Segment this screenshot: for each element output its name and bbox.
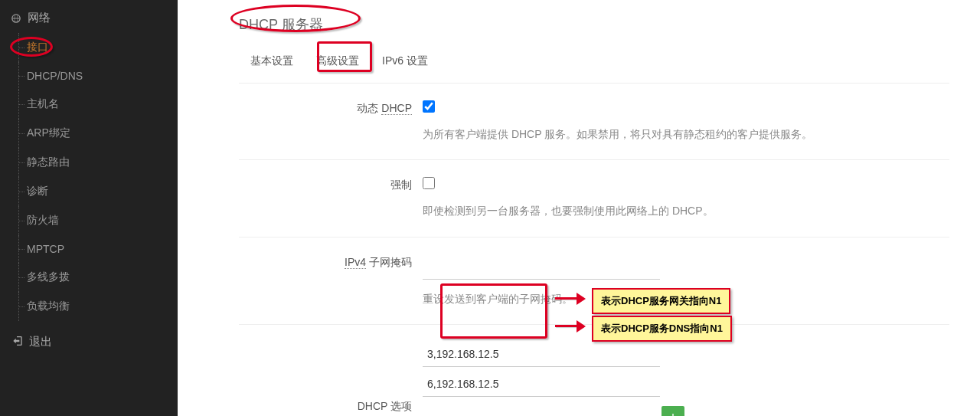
input-netmask[interactable] <box>423 254 660 280</box>
input-dhcp-option-new[interactable] <box>423 403 660 416</box>
main-content: DHCP 服务器 基本设置 高级设置 IPv6 设置 动态 DHCP 为所有客户… <box>178 0 980 416</box>
tab-advanced[interactable]: 高级设置 <box>305 46 371 77</box>
logout-icon <box>11 335 29 349</box>
sidebar-item-hostnames[interactable]: 主机名 <box>18 90 178 119</box>
label-netmask: IPv4 子网掩码 <box>239 254 423 270</box>
label-dyn-dhcp: 动态 DHCP <box>239 100 423 116</box>
row-netmask: IPv4 子网掩码 重设发送到客户端的子网掩码。 <box>239 237 949 325</box>
sidebar-item-arp-binding[interactable]: ARP绑定 <box>18 119 178 148</box>
label-dhcp-options: DHCP 选项 <box>239 398 423 416</box>
sidebar-item-static-routes[interactable]: 静态路由 <box>18 148 178 177</box>
sidebar-item-firewall[interactable]: 防火墙 <box>18 206 178 235</box>
sidebar-item-dhcp-dns[interactable]: DHCP/DNS <box>18 62 178 90</box>
sidebar-item-interfaces[interactable]: 接口 <box>18 33 178 62</box>
logout-label: 退出 <box>29 335 52 349</box>
input-dhcp-option-0[interactable] <box>423 342 660 367</box>
help-netmask: 重设发送到客户端的子网掩码。 <box>423 290 949 307</box>
row-force: 强制 即使检测到另一台服务器，也要强制使用此网络上的 DHCP。 <box>239 160 949 237</box>
sidebar-item-mwan[interactable]: 多线多拨 <box>18 263 178 292</box>
add-button[interactable]: + <box>662 406 684 416</box>
tab-bar: 基本设置 高级设置 IPv6 设置 <box>239 46 949 77</box>
sidebar-item-diagnostics[interactable]: 诊断 <box>18 177 178 206</box>
logout-button[interactable]: 退出 <box>0 326 178 359</box>
globe-icon <box>11 13 21 24</box>
help-dyn-dhcp: 为所有客户端提供 DHCP 服务。如果禁用，将只对具有静态租约的客户提供服务。 <box>423 126 949 142</box>
row-dyn-dhcp: 动态 DHCP 为所有客户端提供 DHCP 服务。如果禁用，将只对具有静态租约的… <box>239 84 949 160</box>
page-title: DHCP 服务器 <box>239 8 949 46</box>
sidebar-sub: 接口 DHCP/DNS 主机名 ARP绑定 静态路由 诊断 防火墙 MPTCP … <box>0 33 178 321</box>
form: 动态 DHCP 为所有客户端提供 DHCP 服务。如果禁用，将只对具有静态租约的… <box>239 83 949 416</box>
sidebar-item-mptcp[interactable]: MPTCP <box>18 235 178 263</box>
input-dhcp-option-1[interactable] <box>423 372 660 397</box>
checkbox-dyn-dhcp[interactable] <box>423 100 435 113</box>
sidebar-section-network[interactable]: 网络 <box>0 3 178 33</box>
sidebar-section-label: 网络 <box>28 11 51 25</box>
checkbox-force[interactable] <box>423 177 435 189</box>
tab-ipv6[interactable]: IPv6 设置 <box>371 46 439 77</box>
row-dhcp-options: DHCP 选项 + 设置 DHCP 的附加选项，例如设定 "6,192.168.… <box>239 325 949 416</box>
label-force: 强制 <box>239 177 423 192</box>
sidebar-item-load-balance[interactable]: 负载均衡 <box>18 292 178 321</box>
sidebar: 网络 接口 DHCP/DNS 主机名 ARP绑定 静态路由 诊断 防火墙 MPT… <box>0 0 178 416</box>
tab-basic[interactable]: 基本设置 <box>239 46 305 77</box>
help-force: 即使检测到另一台服务器，也要强制使用此网络上的 DHCP。 <box>423 202 949 219</box>
